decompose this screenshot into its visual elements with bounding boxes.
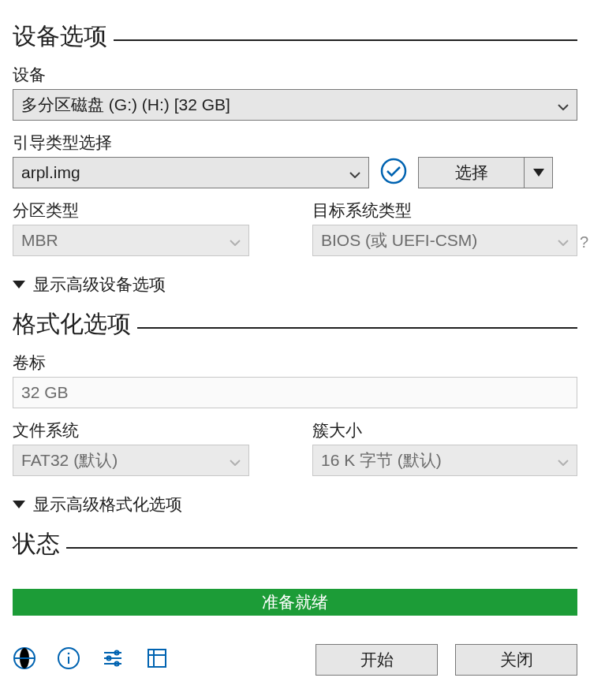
show-advanced-format-toggle[interactable]: 显示高级格式化选项 [13, 493, 577, 516]
info-icon[interactable] [57, 646, 80, 673]
chevron-down-icon [558, 95, 569, 114]
boot-label: 引导类型选择 [13, 132, 577, 154]
chevron-down-icon [13, 501, 25, 508]
cluster-value: 16 K 字节 (默认) [321, 449, 442, 471]
select-file-button[interactable]: 选择 [418, 157, 525, 188]
section-divider [114, 39, 577, 41]
device-label: 设备 [13, 64, 577, 86]
target-system-value: BIOS (或 UEFI-CSM) [321, 229, 477, 251]
status-text: 准备就绪 [262, 591, 328, 613]
advanced-device-label: 显示高级设备选项 [33, 274, 166, 296]
filesystem-value: FAT32 (默认) [21, 449, 118, 471]
target-system-select[interactable]: BIOS (或 UEFI-CSM) [312, 225, 577, 256]
globe-icon[interactable] [13, 646, 36, 673]
section-title-status: 状态 [13, 528, 60, 560]
section-format-options: 格式化选项 [13, 308, 577, 341]
chevron-down-icon [349, 163, 360, 182]
cluster-select[interactable]: 16 K 字节 (默认) [312, 445, 577, 476]
device-select[interactable]: 多分区磁盘 (G:) (H:) [32 GB] [13, 89, 577, 121]
check-circle-icon[interactable] [380, 158, 407, 188]
show-advanced-device-toggle[interactable]: 显示高级设备选项 [13, 274, 577, 296]
close-button[interactable]: 关闭 [455, 644, 577, 676]
cluster-label: 簇大小 [312, 419, 577, 441]
partition-select-value: MBR [21, 231, 58, 250]
volume-label: 卷标 [13, 352, 577, 374]
section-status: 状态 [13, 528, 577, 560]
close-button-label: 关闭 [500, 649, 533, 671]
section-divider [137, 327, 577, 329]
partition-label: 分区类型 [13, 199, 249, 222]
settings-sliders-icon[interactable] [101, 646, 125, 673]
select-file-button-label: 选择 [455, 162, 488, 184]
select-file-dropdown[interactable] [525, 157, 553, 188]
section-device-options: 设备选项 [13, 20, 577, 53]
filesystem-select[interactable]: FAT32 (默认) [13, 445, 249, 476]
chevron-down-icon [558, 231, 569, 250]
start-button-label: 开始 [360, 649, 394, 671]
select-file-split-button[interactable]: 选择 [418, 157, 553, 188]
target-system-label: 目标系统类型 [312, 199, 577, 222]
start-button[interactable]: 开始 [316, 644, 438, 676]
svg-point-5 [68, 653, 70, 655]
advanced-format-label: 显示高级格式化选项 [33, 493, 182, 516]
section-divider [66, 547, 577, 549]
filesystem-label: 文件系统 [13, 419, 249, 441]
device-select-value: 多分区磁盘 (G:) (H:) [32 GB] [21, 94, 230, 116]
partition-select[interactable]: MBR [13, 225, 249, 256]
status-bar: 准备就绪 [13, 589, 577, 616]
log-icon[interactable] [145, 646, 169, 673]
chevron-down-icon [13, 281, 25, 289]
chevron-down-icon [558, 451, 569, 470]
section-title-format: 格式化选项 [13, 308, 131, 341]
boot-select-value: arpl.img [21, 163, 80, 182]
boot-select[interactable]: arpl.img [13, 157, 369, 188]
svg-rect-13 [148, 650, 166, 667]
chevron-down-icon [230, 231, 241, 250]
svg-point-0 [382, 159, 405, 183]
volume-input[interactable] [13, 377, 577, 408]
chevron-down-icon [230, 451, 241, 470]
section-title-device: 设备选项 [13, 20, 107, 53]
target-system-help[interactable]: ? [580, 233, 588, 251]
